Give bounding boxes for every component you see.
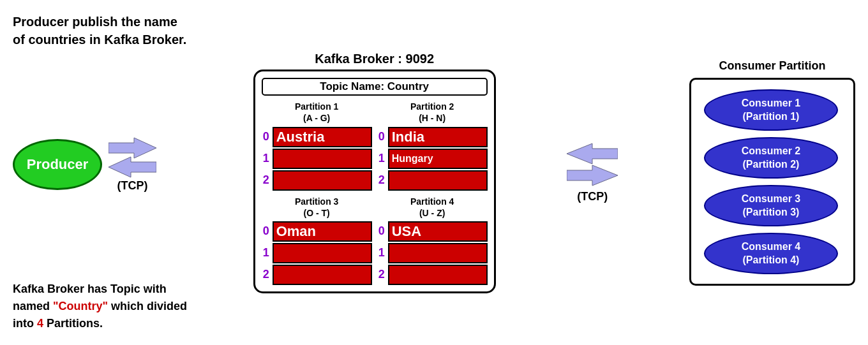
consumer-2-label: Consumer 2(Partition 2)	[742, 145, 800, 172]
partition-2-col: Partition 2 (H - N) 0 India 1 Hungary	[377, 101, 488, 190]
main-container: Producer publish the name of countries i…	[0, 0, 868, 345]
consumer-4-label: Consumer 4(Partition 4)	[742, 240, 800, 267]
partition-2-row-2: 2	[377, 170, 488, 191]
partition-4-row-1: 1	[377, 243, 488, 263]
partition-2-title: Partition 2 (H - N)	[377, 101, 488, 124]
partition-1-row-0: 0 Austria	[262, 127, 372, 147]
broker-desc-3: Partitions.	[43, 317, 103, 330]
partition-1-row-2: 2	[262, 170, 372, 191]
partition-2-row-1: 1 Hungary	[377, 149, 488, 169]
partition-1-col: Partition 1 (A - G) 0 Austria 1	[262, 101, 372, 190]
row-cell-empty	[273, 265, 372, 285]
row-cell-austria: Austria	[273, 127, 372, 147]
consumer-section: Consumer Partition Consumer 1(Partition …	[689, 59, 855, 286]
row-num: 0	[262, 130, 271, 143]
partition-4-title: Partition 4 (U - Z)	[377, 196, 488, 219]
partition-3-col: Partition 3 (O - T) 0 Oman 1 2	[262, 196, 372, 285]
broker-title: Kafka Broker : 9092	[315, 52, 434, 66]
right-bidirectional-arrows-svg	[567, 142, 618, 187]
broker-box: Topic Name: Country Partition 1 (A - G) …	[253, 70, 496, 293]
partition-2-row-0: 0 India	[377, 127, 488, 147]
right-arrow-section: (TCP)	[567, 142, 618, 203]
consumer-1-ellipse: Consumer 1(Partition 1)	[704, 89, 838, 131]
row-num: 0	[262, 224, 271, 238]
row-cell-empty	[273, 149, 372, 169]
row-num: 2	[262, 268, 271, 281]
partition-3-row-1: 1	[262, 243, 372, 263]
partition-3-row-2: 2	[262, 265, 372, 285]
producer-area: Producer (TCP)	[13, 136, 191, 193]
row-cell-empty	[388, 243, 488, 263]
partition-4-rows: 0 USA 1 2	[377, 221, 488, 285]
consumer-2-ellipse: Consumer 2(Partition 2)	[704, 137, 838, 179]
row-cell-india: India	[388, 127, 488, 147]
row-cell-empty	[388, 265, 488, 285]
row-cell-empty	[273, 243, 372, 263]
broker-desc-country: "Country"	[53, 300, 108, 312]
row-cell-hungary: Hungary	[388, 149, 488, 169]
row-num: 2	[262, 173, 271, 187]
consumer-box: Consumer 1(Partition 1) Consumer 2(Parti…	[689, 78, 855, 286]
partition-1-row-1: 1	[262, 149, 372, 169]
partition-2-rows: 0 India 1 Hungary 2	[377, 127, 488, 191]
partition-4-row-0: 0 USA	[377, 221, 488, 242]
partition-3-title: Partition 3 (O - T)	[262, 196, 372, 219]
row-cell-usa: USA	[388, 221, 488, 242]
svg-marker-3	[567, 165, 618, 186]
row-num: 2	[377, 173, 386, 187]
partition-4-row-2: 2	[377, 265, 488, 285]
svg-marker-1	[108, 157, 156, 177]
consumer-1-label: Consumer 1(Partition 1)	[742, 97, 800, 124]
row-cell-oman: Oman	[273, 221, 372, 242]
topic-label: Topic Name: Country	[262, 78, 488, 96]
consumer-4-ellipse: Consumer 4(Partition 4)	[704, 233, 838, 274]
producer-description: Producer publish the name of countries i…	[13, 13, 191, 48]
producer-ellipse: Producer	[13, 139, 102, 190]
consumer-3-ellipse: Consumer 3(Partition 3)	[704, 185, 838, 226]
bidirectional-arrows-svg	[108, 136, 156, 178]
row-num: 0	[377, 130, 386, 143]
row-cell-empty	[388, 170, 488, 191]
svg-marker-2	[567, 143, 618, 164]
left-section: Producer publish the name of countries i…	[13, 6, 191, 339]
row-num: 1	[262, 246, 271, 260]
partition-4-col: Partition 4 (U - Z) 0 USA 1 2	[377, 196, 488, 285]
tcp-label-left: (TCP)	[117, 179, 148, 193]
row-num: 2	[377, 268, 386, 281]
row-num: 1	[377, 246, 386, 260]
partition-1-title: Partition 1 (A - G)	[262, 101, 372, 124]
broker-section: Kafka Broker : 9092 Topic Name: Country …	[253, 52, 496, 293]
row-num: 0	[377, 224, 386, 238]
tcp-label-right: (TCP)	[577, 190, 608, 203]
row-cell-empty	[273, 170, 372, 191]
broker-description: Kafka Broker has Topic with named "Count…	[13, 281, 191, 332]
row-num: 1	[262, 152, 271, 165]
svg-marker-0	[108, 138, 156, 158]
broker-desc-number: 4	[37, 317, 43, 330]
partition-3-rows: 0 Oman 1 2	[262, 221, 372, 285]
consumer-3-label: Consumer 3(Partition 3)	[742, 193, 800, 219]
partition-3-row-0: 0 Oman	[262, 221, 372, 242]
partition-1-rows: 0 Austria 1 2	[262, 127, 372, 191]
producer-label: Producer	[27, 156, 89, 173]
partitions-grid: Partition 1 (A - G) 0 Austria 1	[262, 101, 488, 285]
row-num: 1	[377, 152, 386, 165]
consumer-partition-title: Consumer Partition	[719, 59, 825, 73]
